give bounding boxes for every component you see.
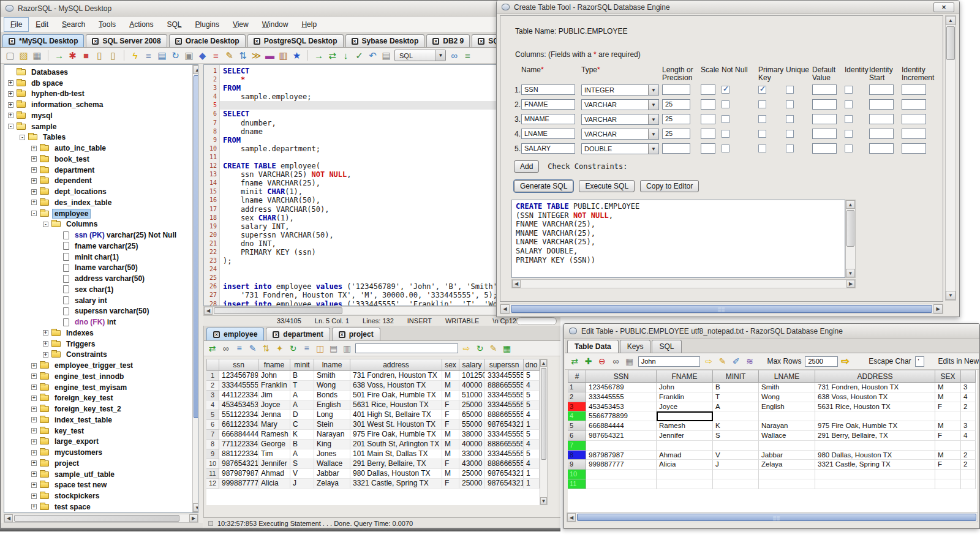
pk-checkbox[interactable] [758, 130, 766, 138]
table-cell[interactable] [961, 479, 976, 489]
db-stack-icon[interactable]: ≡ [211, 50, 221, 61]
tree-item-columns[interactable]: -Columns [6, 219, 187, 230]
column-type-select[interactable]: INTEGER▼ [581, 84, 659, 96]
menu-search[interactable]: Search [55, 17, 92, 32]
table-cell[interactable]: M [935, 421, 961, 431]
menu-view[interactable]: View [226, 17, 255, 32]
table-row[interactable]: 10 [568, 470, 977, 479]
table-cell[interactable]: F [442, 410, 459, 420]
row-number-cell[interactable]: 10 [568, 470, 586, 479]
table-cell[interactable]: 3 [961, 383, 976, 392]
table-cell[interactable]: Stein [314, 420, 350, 430]
tree-item-fname-varchar-25-[interactable]: +fname varchar(25) [6, 241, 187, 252]
table-cell[interactable]: 999887777 [219, 479, 258, 489]
column-len-input[interactable]: 25 [662, 114, 690, 124]
copy-to-editor-button[interactable]: Copy to Editor [640, 180, 699, 192]
table-cell[interactable] [961, 411, 976, 421]
table-cell[interactable]: King [314, 440, 350, 449]
row-number-cell[interactable]: 3 [206, 391, 219, 400]
table-cell[interactable]: 5566778899 [586, 411, 657, 421]
table-cell[interactable]: 301 West St. Houston TX [350, 420, 442, 430]
row-number-cell[interactable]: 10 [206, 459, 219, 469]
table-cell[interactable]: Franklin [258, 381, 290, 391]
table-cell[interactable]: 3321 Castle, Spring TX [815, 460, 935, 470]
row-number-cell[interactable]: 7 [568, 441, 586, 451]
table-cell[interactable]: B [713, 383, 759, 392]
table-cell[interactable] [935, 479, 961, 489]
table-cell[interactable]: Wallace [314, 459, 350, 469]
column-type-select[interactable]: VARCHAR▼ [581, 129, 659, 140]
table-cell[interactable]: V [290, 469, 314, 479]
table-cell[interactable]: 40000 [459, 381, 485, 391]
scroll-left-icon[interactable]: ◀ [512, 280, 521, 288]
tree-item-tables[interactable]: -Tables [6, 132, 187, 143]
tree-item-dept_locations[interactable]: +dept_locations [6, 186, 187, 197]
table-cell[interactable]: English [759, 402, 815, 412]
table-cell[interactable]: 4 [961, 392, 976, 402]
table-cell[interactable]: 291 Berry, Bellaire, TX [815, 431, 935, 441]
table-cell[interactable]: M [442, 430, 459, 440]
table-row[interactable]: 1123456789JohnBSmith731 Fondren, Houston… [206, 371, 548, 381]
table-cell[interactable]: 4 [524, 410, 540, 420]
find-connections-icon[interactable]: ∞ [449, 50, 459, 61]
table-cell[interactable]: 333445555 [485, 400, 524, 410]
table-cell[interactable]: John [657, 383, 713, 392]
table-cell[interactable]: 25000 [459, 400, 485, 410]
table-cell[interactable]: 5 [524, 430, 540, 440]
tree-item-index_test_table[interactable]: +index_test_table [6, 414, 187, 426]
column-header-FNAME[interactable]: FNAME [657, 370, 713, 383]
row-number-cell[interactable]: 8 [206, 440, 219, 449]
tree-item-mysql[interactable]: +mysql [6, 110, 187, 121]
refresh-edit-icon[interactable]: ↻ [475, 343, 485, 354]
table-cell[interactable]: Jennifer [657, 431, 713, 441]
scroll-down-icon[interactable]: ▼ [540, 497, 547, 504]
table-row[interactable]: 8771122334GeorgeBKing201 South St, Arlin… [206, 440, 548, 449]
table-cell[interactable]: Jennifer [258, 459, 290, 469]
tree-item-test-space[interactable]: +test space [6, 501, 187, 512]
table-cell[interactable] [759, 411, 815, 421]
table-cell[interactable]: B [290, 371, 314, 381]
refresh-icon[interactable]: ⇄ [207, 343, 217, 354]
tree-item-lname-varchar-50-[interactable]: +lname varchar(50) [6, 263, 187, 274]
describe-table-icon[interactable]: ≡ [143, 50, 154, 61]
edit-blue-icon[interactable]: ✐ [731, 356, 741, 367]
column-dv-input[interactable] [812, 84, 837, 95]
column-idi-input[interactable] [902, 143, 926, 154]
table-cell[interactable]: 40000 [459, 440, 485, 449]
import-icon[interactable]: ⇅ [238, 50, 248, 61]
chevron-down-icon[interactable]: ▼ [648, 85, 658, 95]
edit-table-icon[interactable]: ✎ [224, 50, 235, 61]
tree-item-db-space[interactable]: +db space [6, 78, 187, 89]
column-ids-input[interactable] [869, 143, 894, 154]
add-column-button[interactable]: Add [514, 160, 539, 173]
table-cell[interactable]: 4 [524, 459, 540, 469]
table-cell[interactable] [586, 441, 657, 451]
scroll-left-icon[interactable]: ◀ [500, 304, 510, 313]
expand-icon[interactable]: + [31, 439, 37, 444]
expand-icon[interactable]: + [8, 91, 13, 97]
table-cell[interactable] [713, 441, 759, 451]
sort-icon[interactable]: ⇅ [261, 343, 271, 354]
table-cell[interactable]: 731 Fondren, Houston TX [350, 371, 442, 381]
column-scale-input[interactable] [701, 84, 715, 95]
execute-icon[interactable]: → [314, 50, 324, 61]
table-row[interactable]: 6987654321JenniferSWallace291 Berry, Bel… [568, 431, 977, 441]
tree-item-salary-int[interactable]: +salary int [6, 295, 187, 306]
id-checkbox[interactable] [845, 86, 853, 94]
table-cell[interactable]: 638 Voss, Houston TX [350, 381, 442, 391]
column-header-rownum[interactable] [206, 359, 219, 371]
execute-sql-button[interactable]: Execute SQL [579, 180, 635, 192]
dialog-vertical-scrollbar[interactable]: ▲ ▼ [945, 15, 956, 301]
table-cell[interactable] [713, 411, 759, 421]
expand-icon[interactable]: + [31, 189, 37, 195]
compare-icon[interactable]: ▬ [265, 50, 275, 61]
close-tab-icon[interactable]: ✕ [432, 38, 439, 45]
table-cell[interactable]: 3 [961, 421, 976, 431]
table-cell[interactable]: B [290, 440, 314, 449]
row-number-cell[interactable]: 1 [206, 371, 219, 381]
tree-item-key_test[interactable]: +key_test [6, 426, 187, 437]
table-cell[interactable]: M [935, 451, 961, 460]
max-rows-input[interactable]: 2500 [805, 356, 837, 367]
edit-table-grid[interactable]: #SSNFNAMEMINITLNAMEADDRESSSEX1123456789J… [568, 370, 977, 511]
expand-icon[interactable]: + [31, 482, 37, 488]
